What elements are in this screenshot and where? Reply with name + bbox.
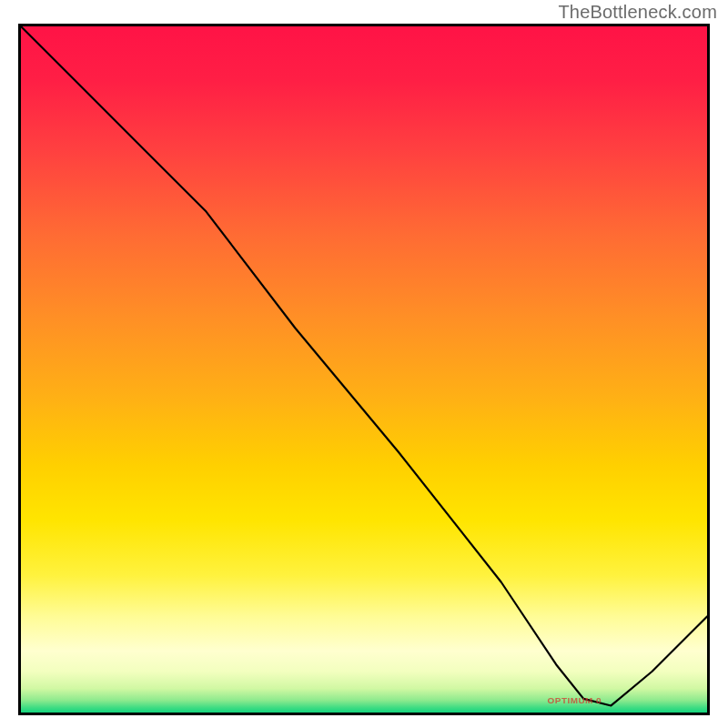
attribution-label: TheBottleneck.com	[558, 2, 717, 23]
line-plot: OPTIMUM 0	[21, 26, 707, 713]
bottleneck-curve	[21, 26, 707, 705]
chart-area: OPTIMUM 0	[18, 24, 710, 715]
optimum-marker-label: OPTIMUM 0	[548, 695, 602, 705]
